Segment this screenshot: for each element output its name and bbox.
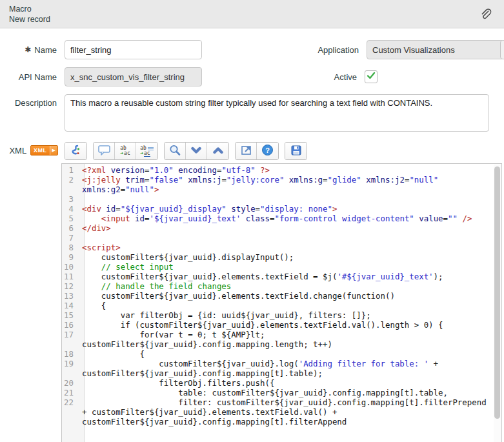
- code-line: 19 customFilter${jvar_uuid}.log('Adding …: [62, 359, 501, 378]
- xml-editor-lines: 1<?xml version="1.0" encoding="utf-8" ?>…: [62, 164, 501, 427]
- name-input[interactable]: [65, 40, 202, 59]
- code-line: 20 filterObj.filters.push({: [62, 378, 501, 388]
- search-button[interactable]: [165, 143, 186, 159]
- code-line: 16 if (customFilter${jvar_uuid}.elements…: [62, 320, 501, 330]
- format-code-icon: [70, 144, 82, 158]
- checkmark-icon: [366, 70, 376, 83]
- open-new-window-button[interactable]: [236, 143, 257, 159]
- code-line: 4<div id="${jvar_uuid}_display" style="d…: [62, 204, 501, 214]
- table-label: Macro: [9, 4, 50, 14]
- chevron-down-icon: [190, 146, 202, 156]
- row-name-application: ✱ Name Application Custom Visualizations: [0, 40, 504, 59]
- code-line: 7: [62, 233, 501, 243]
- search-icon: [168, 144, 181, 159]
- replace-all-button[interactable]: ab ➜ac: [136, 143, 157, 159]
- row-description: Description This macro a reusable custom…: [0, 94, 504, 132]
- editor-scrollbar[interactable]: [494, 165, 501, 442]
- code-line: 18 {: [62, 349, 501, 359]
- replace-button[interactable]: ab ➜ac: [115, 143, 136, 159]
- xml-field-type-badge[interactable]: XML ▶: [30, 145, 58, 156]
- code-line: 6</div>: [62, 223, 501, 233]
- code-line: 12 // handle the field changes: [62, 281, 501, 291]
- row-apiname-active: API Name x_snc_custom_vis_filter_string …: [0, 67, 504, 86]
- row-xml-toolbar: XML XML ▶: [0, 142, 504, 160]
- description-textarea[interactable]: This macro a reusable custom string filt…: [65, 94, 489, 132]
- code-line: 8<script>: [62, 243, 501, 252]
- code-line: 14 {: [62, 301, 501, 310]
- code-line: 2<j:jelly trim="false" xmlns:j="jelly:co…: [62, 175, 501, 194]
- help-button[interactable]: ?: [257, 143, 278, 159]
- format-code-button[interactable]: [65, 143, 86, 159]
- required-icon: ✱: [25, 45, 31, 54]
- api-name-label: API Name: [0, 72, 57, 82]
- code-line: 15 var filterObj = {id: uuid${jvar_uuid}…: [62, 310, 501, 320]
- record-title: New record: [9, 14, 50, 25]
- code-line: 21 table: customFilter${jvar_uuid}.confi…: [62, 388, 501, 397]
- application-picker-button[interactable]: [500, 40, 504, 59]
- form-header: Macro New record: [0, 0, 504, 28]
- name-label: ✱ Name: [0, 45, 57, 55]
- xml-code-editor[interactable]: 1<?xml version="1.0" encoding="utf-8" ?>…: [61, 163, 502, 442]
- chevron-down-button[interactable]: [186, 143, 207, 159]
- application-field: Custom Visualizations: [367, 40, 504, 59]
- toggle-comment-button[interactable]: [94, 143, 115, 159]
- code-line: 10 // select input: [62, 262, 501, 272]
- active-checkbox[interactable]: [365, 70, 378, 83]
- replace-icon: ab ➜ac: [120, 146, 130, 156]
- svg-text:?: ?: [265, 146, 270, 154]
- code-line: 13 customFilter${jvar_uuid}.elements.tex…: [62, 291, 501, 301]
- api-name-field: x_snc_custom_vis_filter_string: [65, 67, 202, 86]
- popout-icon: [240, 144, 252, 158]
- scrollbar-thumb[interactable]: [494, 166, 500, 419]
- code-line: 3: [62, 194, 501, 204]
- help-icon: ?: [261, 144, 274, 158]
- chevron-up-button[interactable]: [207, 143, 228, 159]
- code-line: 5 <input id='${jvar_uuid}_text' class="f…: [62, 214, 501, 223]
- record-form: ✱ Name Application Custom Visualizations…: [0, 28, 504, 442]
- chevron-up-icon: [212, 146, 224, 156]
- save-floppy-icon: [290, 145, 302, 158]
- application-label: Application: [274, 45, 359, 55]
- comment-bubble-icon: [97, 144, 111, 158]
- code-line: 1<?xml version="1.0" encoding="utf-8" ?>: [62, 165, 501, 175]
- code-line: 11 customFilter${jvar_uuid}.elements.tex…: [62, 272, 501, 281]
- code-line: 22 filter: customFilter${jvar_uuid}.conf…: [62, 397, 501, 427]
- paperclip-icon: [479, 13, 492, 24]
- description-label: Description: [0, 98, 57, 108]
- replace-all-icon: ab ➜ac: [140, 146, 154, 157]
- code-line: 17 for(var t = 0; t ${AMP}lt; customFilt…: [62, 330, 501, 349]
- save-button[interactable]: [285, 143, 307, 159]
- attachment-button[interactable]: [479, 8, 492, 25]
- xml-label: XML: [9, 146, 26, 156]
- code-line: 9 customFilter${jvar_uuid}.displayInput(…: [62, 252, 501, 262]
- editor-toolbar: ab ➜ac ab ➜ac: [65, 142, 307, 160]
- badge-expand-icon: ▶: [50, 146, 57, 155]
- active-label: Active: [272, 72, 357, 82]
